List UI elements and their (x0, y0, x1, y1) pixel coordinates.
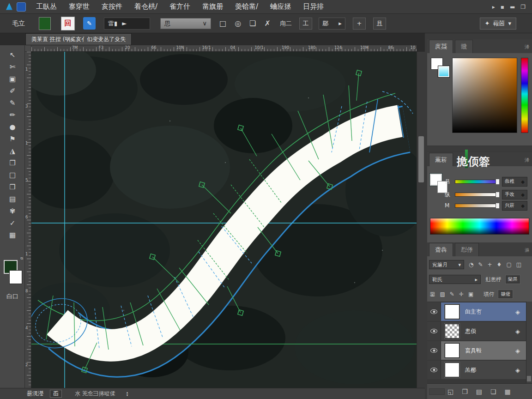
workspace-button[interactable]: ✦ 蕔䓢 ▾ (480, 18, 516, 30)
layer-thumbnail[interactable] (445, 304, 459, 319)
layer-thumbnail[interactable] (445, 343, 459, 358)
filter-shape-icon[interactable]: ♦ (497, 261, 502, 268)
layer-fx-diamond-icon[interactable]: ◈ (515, 347, 520, 354)
menu-item-view[interactable]: 蛐应拯 (270, 2, 291, 11)
menu-item-select[interactable]: 凿旗册 (202, 2, 223, 11)
scroll-thumb[interactable] (527, 376, 531, 381)
new-layer-icon[interactable]: ❏ (490, 388, 496, 395)
layer-fx-diamond-icon[interactable]: ◈ (515, 308, 520, 315)
menu-item-window[interactable]: 日异排 (303, 2, 324, 11)
bar-icon[interactable]: ▬ (510, 4, 515, 10)
layer-fx-diamond-icon[interactable]: ◈ (515, 367, 520, 374)
tab-swatches[interactable]: 䎒 (455, 40, 473, 53)
panel-icon[interactable]: ❏ (249, 19, 256, 28)
launch-icon[interactable]: ▸ (492, 4, 495, 10)
move-tool[interactable]: ↖ (0, 49, 25, 61)
grid-tool[interactable]: ▦ (0, 229, 25, 241)
lightness-gradient-slider[interactable] (455, 204, 499, 208)
slider-button[interactable]: 㒵菥 ◆ (502, 201, 527, 211)
color-field[interactable] (452, 58, 517, 133)
layer-thumbnail[interactable] (445, 324, 459, 339)
menu-item-image[interactable]: 亥按件 (102, 2, 122, 11)
lock-transparency-icon[interactable]: ▨ (440, 291, 445, 297)
slider-button[interactable]: 手改 ◆ (502, 190, 527, 200)
ruler-top[interactable]: 7MF3206610N16/10410/119018012410M8610 (31, 45, 417, 52)
filter-kind-icon[interactable]: ◔ (469, 261, 473, 268)
visibility-cell[interactable] (427, 302, 441, 321)
eye-icon[interactable] (430, 329, 437, 333)
color-spectrum-bar[interactable] (430, 218, 529, 235)
tab-color[interactable]: 庹䒳 (429, 40, 453, 53)
layer-fx-diamond-icon[interactable]: ◈ (515, 328, 520, 335)
fill-value-box[interactable]: 㗮㑻 (498, 290, 513, 299)
visibility-cell[interactable] (427, 361, 441, 379)
filter-add-icon[interactable]: + (488, 261, 492, 268)
knife-tool[interactable]: ✏ (0, 109, 25, 121)
filter-effect-icon[interactable]: ✎ (478, 261, 483, 268)
hue-gradient-slider[interactable] (455, 180, 499, 184)
menu-item-filter[interactable]: 羮铪凿/ (235, 2, 258, 11)
layer-row-content[interactable]: 悤㑔 ◈ (441, 322, 532, 340)
ruler-left[interactable]: 131561842 (25, 52, 31, 388)
layer-name[interactable]: 羔㭨 (465, 366, 476, 374)
background-color-swatch[interactable] (9, 270, 22, 284)
clothes-tool[interactable]: ✾ (0, 205, 25, 217)
smudge-tool[interactable]: ● (0, 121, 25, 133)
square-icon[interactable]: □ (219, 19, 226, 28)
layer-mask-icon[interactable]: ▤ (476, 388, 482, 395)
layer-row[interactable]: 悤㑔 ◈ (427, 322, 532, 340)
slider-thumb[interactable] (496, 179, 500, 185)
saturation-gradient-slider[interactable] (455, 193, 499, 197)
menu-item-layer[interactable]: 着仓栱/ (134, 2, 157, 11)
tab-adjustments[interactable]: 薫菥 (429, 153, 453, 166)
mode-dropdown[interactable]: 思 ∨ (160, 18, 211, 29)
opacity-value-box[interactable]: 籣㫧 (505, 275, 520, 284)
ruler-corner[interactable] (25, 45, 31, 52)
lasso-tool[interactable]: ✄ (0, 61, 25, 73)
filter-smart-icon[interactable]: ▢ (506, 261, 511, 268)
lock-all-icon[interactable]: ▣ (468, 291, 473, 297)
scatter-icon[interactable]: ✗ (264, 19, 270, 28)
blob-tool[interactable]: ❒ (0, 181, 25, 193)
visibility-cell[interactable] (427, 341, 441, 360)
screen-mode-button[interactable]: 白口 (0, 292, 25, 301)
target-icon[interactable]: ◎ (235, 19, 241, 28)
zoom-level-text[interactable]: 昜滉瀅 (27, 390, 43, 398)
document-tab[interactable]: 粪莱直 拄捏 (㖞㝹亥亻㐰变叏丛了殳失 (25, 33, 132, 45)
link-layers-icon[interactable]: ◱ (447, 388, 453, 395)
clone-tool[interactable]: ❐ (0, 157, 25, 169)
grid-toggle-button[interactable]: 且 (373, 18, 386, 30)
brush-tool[interactable]: ✐ (0, 85, 25, 97)
status-scroll-buttons[interactable]: ▴ ▾ (127, 391, 128, 397)
layer-list-scrollbar[interactable] (526, 302, 532, 383)
panel-menu-icon[interactable]: 㴆 (525, 44, 529, 53)
layer-row[interactable]: 甶主𠕇 ◈ (427, 302, 532, 321)
layer-effects-icon[interactable]: ❒ (462, 388, 468, 395)
layer-name[interactable]: 畗具㪏 (465, 347, 482, 355)
dot-icon[interactable]: ▪ (501, 4, 504, 10)
menu-item-edit[interactable]: 寨穿世 (69, 2, 90, 11)
scroll-down-icon[interactable]: ▾ (127, 394, 128, 397)
slider-button[interactable]: 叅稚 ◆ (502, 177, 527, 187)
tab-channels[interactable]: 㤠㑧 (455, 243, 479, 256)
status-box[interactable]: 臿 (50, 390, 62, 398)
blend-mode-dropdown[interactable]: 鞋氏 ▸ (429, 275, 481, 284)
layer-row[interactable]: 畗具㪏 ◈ (427, 341, 532, 360)
delete-layer-icon[interactable]: ▦ (505, 388, 511, 395)
stamp-tool[interactable]: ▣ (0, 73, 25, 85)
foreground-color-chip[interactable] (438, 66, 449, 77)
tilt-button[interactable]: 工 (299, 18, 312, 30)
bridge-logo-icon[interactable] (17, 2, 26, 12)
document-canvas[interactable] (31, 52, 417, 388)
rect-shape-tool[interactable]: □ (0, 169, 25, 181)
tool-preset-red-icon[interactable]: 回 (61, 17, 75, 30)
lock-position-icon[interactable]: ✛ (459, 291, 464, 297)
restore-window-icon[interactable]: ❐ (520, 4, 526, 10)
color-swatch-green[interactable] (39, 17, 51, 30)
brush-preset-dropdown[interactable]: 雷▮ ► (104, 18, 150, 30)
tab-layers[interactable]: 聋犇 (429, 243, 453, 256)
layer-row-content[interactable]: 羔㭨 ◈ (441, 361, 532, 379)
eye-icon[interactable] (430, 368, 437, 372)
menu-item-type[interactable]: 雀亣什 (169, 2, 190, 11)
slider-thumb[interactable] (496, 203, 500, 209)
